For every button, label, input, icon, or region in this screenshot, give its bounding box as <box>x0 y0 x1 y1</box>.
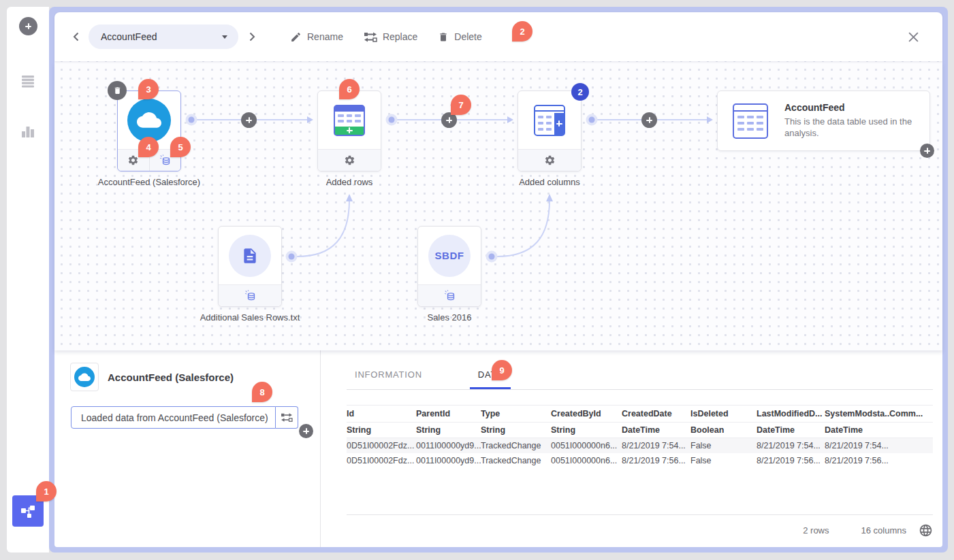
data-preview-panel: INFORMATION DATA Id ParentId Type Create… <box>321 350 942 547</box>
previous-source-button[interactable] <box>67 27 86 46</box>
table-row: 0D51I00002Fdz... 0011I00000yd9... Tracke… <box>347 453 933 468</box>
column-type <box>889 423 933 438</box>
column-type: String <box>551 423 622 438</box>
cell: 8/21/2019 7:54... <box>757 438 825 454</box>
database-refresh-icon <box>159 154 172 167</box>
node-sales-2016[interactable]: SBDF Sales 20 <box>417 226 481 307</box>
node-label: AccountFeed (Salesforce) <box>74 177 224 187</box>
delete-node-button[interactable] <box>108 81 127 100</box>
replace-button[interactable]: Replace <box>364 31 417 43</box>
added-columns-icon <box>534 105 565 136</box>
cell: 0051I000000n6... <box>551 453 622 468</box>
trash-icon <box>113 86 122 95</box>
plus-icon <box>246 117 252 123</box>
replace-operation-button[interactable] <box>276 406 298 429</box>
authoring-sidebar <box>7 7 49 553</box>
operation-item[interactable]: Loaded data from AccountFeed (Salesforce… <box>71 406 276 429</box>
column-header: SystemModsta... <box>825 406 889 423</box>
replace-icon <box>364 31 377 43</box>
operation-label: Loaded data from AccountFeed (Salesforce… <box>81 412 268 423</box>
canvas-toolbar: AccountFeed Rename <box>54 12 942 61</box>
plus-icon <box>303 428 309 434</box>
flow-icon <box>20 503 36 519</box>
column-header: CreatedDate <box>622 406 690 423</box>
output-table-title: AccountFeed <box>784 102 927 113</box>
cell <box>889 438 933 454</box>
sbdf-icon-circle: SBDF <box>428 235 471 277</box>
add-transformation-button-1[interactable] <box>241 112 257 128</box>
chevron-right-icon <box>247 31 257 42</box>
cell: TrackedChange <box>481 453 551 468</box>
node-settings-button[interactable] <box>518 150 581 171</box>
node-load-settings-button[interactable] <box>219 285 281 306</box>
column-type: String <box>481 423 551 438</box>
plus-icon <box>446 117 452 123</box>
output-table-card[interactable]: AccountFeed This is the data table used … <box>717 90 930 151</box>
replace-label: Replace <box>383 31 417 42</box>
graph-canvas[interactable]: AccountFeed (Salesforce) <box>54 61 942 350</box>
data-preview-table[interactable]: Id ParentId Type CreatedById CreatedDate… <box>347 405 933 468</box>
data-canvas-window: AccountFeed Rename <box>49 7 948 553</box>
close-button[interactable] <box>904 28 922 46</box>
plus-icon <box>25 23 31 29</box>
close-icon <box>908 31 919 43</box>
column-header: Id <box>347 406 416 423</box>
table-row: 0D51I00002Fdz... 0011I00000yd9... Tracke… <box>347 438 933 454</box>
output-table-description: This is the data table used in the analy… <box>784 116 927 139</box>
node-accountfeed-salesforce[interactable]: AccountFeed (Salesforce) <box>117 90 181 171</box>
data-source-dropdown-value: AccountFeed <box>101 31 157 42</box>
rename-label: Rename <box>307 31 343 42</box>
data-source-dropdown[interactable]: AccountFeed <box>89 24 238 49</box>
delete-button[interactable]: Delete <box>438 31 481 43</box>
node-label: Sales 2016 <box>375 312 524 323</box>
details-panel-title: AccountFeed (Salesforce) <box>108 372 234 383</box>
step-badge-6: 6 <box>339 79 360 99</box>
step-badge-4: 4 <box>138 137 159 157</box>
node-label: Added rows <box>274 177 424 187</box>
preview-tabs: INFORMATION DATA <box>347 350 933 390</box>
gear-icon <box>127 154 139 166</box>
node-additional-sales-rows[interactable]: Additional Sales Rows.txt <box>218 226 282 307</box>
node-label: Additional Sales Rows.txt <box>175 312 325 323</box>
add-operation-button[interactable] <box>299 424 313 438</box>
node-added-columns[interactable]: 2 <box>518 90 582 171</box>
pencil-icon <box>290 31 302 43</box>
column-header: ParentId <box>416 406 481 423</box>
node-settings-button[interactable] <box>318 150 381 171</box>
tab-information[interactable]: INFORMATION <box>347 369 430 389</box>
plus-icon <box>646 117 652 123</box>
next-source-button[interactable] <box>242 27 261 46</box>
visualizations-icon[interactable] <box>20 123 36 139</box>
step-badge-3: 3 <box>138 79 159 99</box>
column-type: DateTime <box>622 423 690 438</box>
row-count: 2 rows <box>803 525 829 536</box>
data-preview-footer: 2 rows 16 columns <box>347 514 933 538</box>
table-header-row: Id ParentId Type CreatedById CreatedDate… <box>347 406 933 423</box>
column-type: Boolean <box>690 423 757 438</box>
data-panel-icon[interactable] <box>20 73 36 90</box>
node-added-rows[interactable]: Added rows <box>317 90 381 171</box>
column-type: String <box>416 423 481 438</box>
cell: 8/21/2019 7:56... <box>622 453 690 468</box>
node-load-settings-button[interactable] <box>418 285 481 306</box>
database-refresh-icon <box>244 290 257 302</box>
cell <box>889 453 933 468</box>
column-type: DateTime <box>825 423 889 438</box>
locale-button[interactable] <box>919 523 933 538</box>
globe-icon <box>919 523 933 538</box>
cell: 0011I00000yd9... <box>416 453 481 468</box>
added-rows-icon <box>334 105 365 136</box>
cell: 8/21/2019 7:56... <box>825 453 889 468</box>
column-count: 16 columns <box>861 525 906 536</box>
cell: False <box>690 438 757 454</box>
add-transformation-button-3[interactable] <box>641 112 657 128</box>
add-button[interactable] <box>19 17 37 35</box>
step-badge-8: 8 <box>252 382 272 402</box>
column-header: LastModifiedD... <box>757 406 825 423</box>
gear-icon <box>544 154 556 166</box>
rename-button[interactable]: Rename <box>290 31 343 43</box>
step-badge-2: 2 <box>512 21 532 42</box>
chevron-left-icon <box>71 31 81 42</box>
cell: False <box>690 453 757 468</box>
add-output-button[interactable] <box>920 144 934 158</box>
